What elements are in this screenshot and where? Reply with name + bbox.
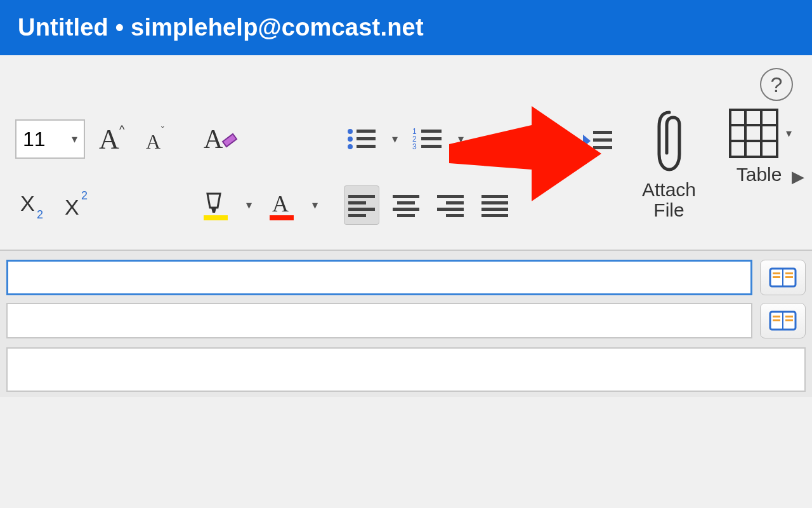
align-center-icon [390,192,422,218]
svg-rect-35 [437,208,464,211]
paperclip-icon [650,106,688,176]
align-right-icon [435,192,466,218]
subject-input[interactable] [6,347,806,392]
font-style-group: A ▾ A [193,106,326,238]
subscript-button[interactable]: X 2 [15,185,51,225]
highlight-color-dropdown[interactable]: ▾ [242,198,255,212]
svg-rect-47 [593,138,612,142]
decrease-font-button[interactable]: A ˇ [140,119,175,159]
svg-point-17 [348,144,353,149]
svg-rect-12 [270,215,294,220]
svg-rect-38 [481,201,508,204]
svg-rect-22 [421,137,442,140]
window-titlebar: Untitled • simplehelp@comcast.net [0,0,812,55]
svg-rect-18 [357,145,376,148]
numbered-list-button[interactable]: 1 2 3 [410,119,445,159]
svg-rect-58 [773,276,780,278]
highlight-color-button[interactable] [198,185,233,225]
address-book-button-to[interactable] [760,260,806,295]
formatting-toolbar: 11 ▾ A ^ A ˇ [5,104,807,250]
svg-rect-42 [549,131,568,134]
svg-rect-16 [357,137,376,140]
svg-rect-39 [481,208,508,211]
svg-rect-40 [481,214,508,217]
address-book-icon [768,266,798,289]
svg-rect-46 [593,131,612,134]
table-icon [726,106,781,161]
svg-rect-31 [393,208,419,211]
to-input[interactable] [6,260,752,295]
svg-rect-24 [421,145,442,148]
ribbon-top-row: ? [5,55,807,104]
font-color-dropdown[interactable]: ▾ [308,198,321,212]
numbered-list-dropdown[interactable]: ▾ [454,132,467,146]
increase-font-icon: A ^ [94,122,131,156]
svg-rect-66 [785,319,793,321]
svg-rect-48 [593,146,612,149]
increase-indent-button[interactable] [580,121,615,161]
svg-text:A: A [146,130,160,153]
bullet-list-icon [345,125,378,153]
toolbar-overflow-button[interactable]: ▶ [788,154,808,199]
svg-rect-20 [421,130,442,133]
svg-rect-30 [397,201,415,204]
address-book-icon [768,309,798,332]
svg-rect-63 [773,316,780,318]
align-left-icon [346,192,377,218]
svg-rect-49 [730,110,777,157]
svg-rect-59 [785,272,793,274]
attach-file-label: Attach File [642,180,696,220]
superscript-icon: X 2 [61,189,94,221]
svg-text:A: A [272,191,289,217]
bullet-list-button[interactable] [344,119,379,159]
align-justify-button[interactable] [477,185,513,225]
paragraph-group: ▾ 1 2 3 ▾ [339,106,518,238]
highlighter-icon [201,189,230,222]
svg-rect-26 [348,201,366,204]
align-center-button[interactable] [388,185,424,225]
font-size-group: 11 ▾ A ^ A ˇ [10,106,180,238]
address-book-button-cc[interactable] [760,303,806,338]
svg-rect-27 [348,208,375,211]
numbered-list-icon: 1 2 3 [411,125,444,153]
superscript-button[interactable]: X 2 [60,185,95,225]
svg-marker-9 [223,134,237,147]
svg-rect-33 [437,195,464,198]
decrease-font-icon: A ˇ [141,122,174,156]
svg-text:X: X [65,195,79,219]
ribbon: ? 11 ▾ A ^ A [0,55,812,251]
svg-rect-28 [348,214,366,217]
align-left-button[interactable] [344,185,379,225]
svg-text:ˇ: ˇ [161,125,164,135]
svg-rect-36 [446,214,464,217]
message-header-fields [0,251,812,397]
svg-text:A: A [204,124,223,154]
svg-rect-29 [393,195,419,198]
cc-input[interactable] [6,303,752,338]
svg-rect-10 [204,215,228,220]
decrease-indent-icon [536,127,570,155]
help-icon: ? [771,72,783,97]
font-color-button[interactable]: A [264,185,299,225]
help-button[interactable]: ? [760,68,793,101]
align-right-button[interactable] [433,185,468,225]
svg-rect-57 [773,272,780,274]
svg-marker-45 [583,135,591,147]
clear-formatting-button[interactable]: A [198,119,242,159]
indent-group [530,106,620,238]
increase-indent-icon [580,127,615,155]
svg-text:2: 2 [81,189,88,202]
increase-font-button[interactable]: A ^ [94,119,131,159]
decrease-indent-button[interactable] [535,121,571,161]
svg-point-15 [348,137,353,142]
font-size-value: 11 [23,128,46,151]
clear-formatting-icon: A [200,121,240,157]
bullet-list-dropdown[interactable]: ▾ [388,132,401,146]
svg-rect-37 [481,195,508,198]
align-justify-icon [479,192,511,218]
table-label: Table [737,164,782,185]
font-size-select[interactable]: 11 ▾ [15,119,85,159]
svg-rect-60 [785,276,793,278]
svg-rect-32 [397,214,415,217]
attach-file-button[interactable]: Attach File [633,106,705,238]
